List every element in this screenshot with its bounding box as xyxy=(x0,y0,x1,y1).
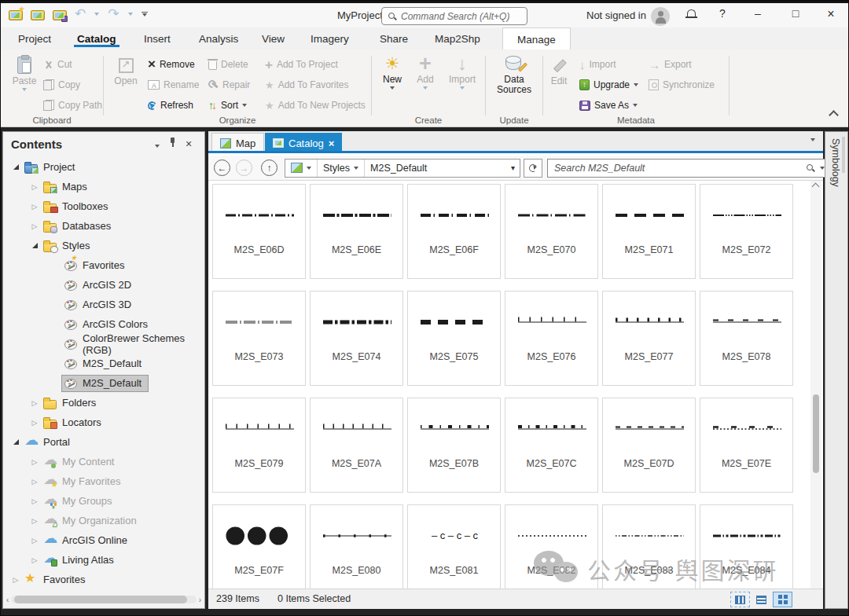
refresh-button[interactable]: Refresh xyxy=(148,97,193,114)
redo-dropdown-icon[interactable] xyxy=(128,13,133,16)
style-item-M2S_E07D[interactable]: M2S_E07D xyxy=(602,398,696,493)
signin-status[interactable]: Not signed in xyxy=(586,9,646,21)
expand-expander-icon[interactable]: ▷ xyxy=(28,475,41,488)
ribbon-tab-view[interactable]: View xyxy=(259,31,288,47)
style-item-M2S_E07A[interactable]: M2S_E07A xyxy=(310,398,403,493)
expand-expander-icon[interactable]: ▷ xyxy=(28,456,41,468)
tree-item-project[interactable]: Project xyxy=(5,157,201,177)
tree-item-maps[interactable]: ▷Maps xyxy=(5,177,201,196)
new-project-icon[interactable]: ★ xyxy=(9,9,22,20)
tree-item-arcgis-2d[interactable]: ArcGIS 2D xyxy=(5,275,201,295)
tabstrip-menu-icon[interactable] xyxy=(810,138,815,141)
cut-button[interactable]: Cut xyxy=(43,56,72,73)
hscroll-thumb[interactable] xyxy=(14,596,186,603)
ribbon-tab-insert[interactable]: Insert xyxy=(141,31,174,47)
tree-item-m2s-default[interactable]: M2S_Default xyxy=(5,354,201,373)
tree-item-portal[interactable]: Portal xyxy=(5,432,201,452)
collapse-expander-icon[interactable] xyxy=(9,161,22,174)
ribbon-tab-share[interactable]: Share xyxy=(377,31,411,47)
style-item-M2S_E07F[interactable]: M2S_E07F xyxy=(212,504,306,588)
help-icon[interactable]: ? xyxy=(712,7,733,20)
back-button[interactable]: ← xyxy=(214,160,230,176)
style-item-M2S_E07E[interactable]: M2S_E07E xyxy=(700,398,793,493)
thumbnail-view-button[interactable] xyxy=(773,592,792,607)
grid-vscrollbar[interactable] xyxy=(810,181,821,588)
expand-expander-icon[interactable]: ▷ xyxy=(28,495,41,508)
avatar[interactable] xyxy=(651,7,670,26)
rename-button[interactable]: Rename xyxy=(148,76,199,94)
ribbon-tab-imagery[interactable]: Imagery xyxy=(307,31,352,47)
redo-icon[interactable]: ↷ xyxy=(108,8,119,20)
tree-item-arcgis-online[interactable]: ▷ArcGIS Online xyxy=(5,530,201,550)
up-button[interactable]: ↑ xyxy=(261,160,277,176)
data-sources-button[interactable]: Data Sources xyxy=(494,54,535,95)
style-item-M2S_E077[interactable]: M2S_E077 xyxy=(602,291,696,386)
tree-item-arcgis-3d[interactable]: ArcGIS 3D xyxy=(5,295,201,314)
undo-dropdown-icon[interactable] xyxy=(94,13,99,16)
expand-expander-icon[interactable]: ▷ xyxy=(28,416,41,429)
style-item-M2S_E083[interactable]: M2S_E083 xyxy=(602,504,696,588)
style-item-M2S_E078[interactable]: M2S_E078 xyxy=(700,291,793,386)
style-item-M2S_E070[interactable]: M2S_E070 xyxy=(505,184,598,279)
tree-item-my-content[interactable]: ▷My Content xyxy=(5,452,201,471)
repair-button[interactable]: Repair xyxy=(208,76,250,94)
open-project-icon[interactable] xyxy=(31,9,44,20)
close-catalog-tab-icon[interactable]: × xyxy=(329,138,335,149)
tree-item-toolboxes[interactable]: ▷Toolboxes xyxy=(5,196,201,216)
ribbon-tab-catalog[interactable]: Catalog xyxy=(74,31,119,47)
style-item-M2S_E075[interactable]: M2S_E075 xyxy=(407,291,501,386)
contents-hscrollbar[interactable]: ‹ › xyxy=(6,594,201,605)
expand-expander-icon[interactable]: ▷ xyxy=(28,200,41,213)
tree-item-favorites[interactable]: Favorites xyxy=(5,255,201,275)
forward-button[interactable]: → xyxy=(236,160,252,176)
copy-button[interactable]: Copy xyxy=(43,76,80,94)
save-project-icon[interactable] xyxy=(53,9,66,20)
delete-button[interactable]: Delete xyxy=(208,56,248,73)
style-item-M2S_E072[interactable]: M2S_E072 xyxy=(700,184,793,279)
style-item-M2S_E06F[interactable]: M2S_E06F xyxy=(407,184,501,279)
edit-metadata-button[interactable]: Edit xyxy=(545,56,573,86)
style-item-M2S_E080[interactable]: M2S_E080 xyxy=(310,504,403,588)
style-item-M2S_E06D[interactable]: M2S_E06D xyxy=(212,184,306,279)
tree-item-my-favorites[interactable]: ▷My Favorites xyxy=(5,471,201,491)
expand-expander-icon[interactable]: ▷ xyxy=(9,574,22,586)
copy-path-button[interactable]: Copy Path xyxy=(43,97,102,114)
tree-item-favorites[interactable]: ▷Favorites xyxy=(5,570,201,589)
style-item-M2S_E07C[interactable]: M2S_E07C xyxy=(505,398,598,493)
style-item-M2S_E071[interactable]: M2S_E071 xyxy=(602,184,696,279)
notifications-icon[interactable] xyxy=(686,9,696,20)
style-item-M2S_E076[interactable]: M2S_E076 xyxy=(505,291,598,386)
tree-item-styles[interactable]: Styles xyxy=(5,236,201,255)
style-item-M2S_E079[interactable]: M2S_E079 xyxy=(212,398,306,493)
upgrade-metadata-button[interactable]: Upgrade xyxy=(579,76,638,94)
project-location-segment[interactable] xyxy=(285,160,317,177)
add-to-favorites-button[interactable]: ★Add To Favorites xyxy=(265,76,348,94)
ribbon-tab-project[interactable]: Project xyxy=(15,31,54,47)
tree-item-folders[interactable]: ▷Folders xyxy=(5,393,201,412)
style-item-M2S_E081[interactable]: – c – c – cM2S_E081 xyxy=(407,504,501,588)
close-button[interactable]: × xyxy=(821,7,841,21)
synchronize-metadata-button[interactable]: Synchronize xyxy=(649,76,715,94)
tree-item-colorbrewer-schemes-rgb-[interactable]: ColorBrewer Schemes (RGB) xyxy=(5,334,201,354)
paste-button[interactable]: Paste xyxy=(6,56,43,91)
style-item-M2S_E084[interactable]: M2S_E084 xyxy=(700,504,793,588)
list-view-button[interactable] xyxy=(752,592,771,607)
tab-symbology[interactable]: Symbology xyxy=(830,138,841,187)
style-item-M2S_E07B[interactable]: M2S_E07B xyxy=(407,398,501,493)
add-button[interactable]: + Add xyxy=(410,54,441,90)
catalog-search-input[interactable]: Search M2S_Default xyxy=(547,159,832,178)
panel-menu-icon[interactable] xyxy=(149,137,165,151)
minimize-button[interactable]: – xyxy=(748,7,768,20)
maximize-button[interactable]: □ xyxy=(785,7,806,20)
customize-qat-icon[interactable] xyxy=(142,12,148,17)
undo-icon[interactable]: ↶ xyxy=(75,8,86,20)
save-as-metadata-button[interactable]: Save As xyxy=(579,97,638,114)
style-item-M2S_E082[interactable]: M2S_E082 xyxy=(505,504,598,588)
collapse-ribbon-icon[interactable] xyxy=(829,110,839,120)
remove-button[interactable]: ×Remove xyxy=(148,56,195,73)
styles-location-segment[interactable]: Styles xyxy=(318,160,364,177)
location-dropdown-icon[interactable]: ▾ xyxy=(506,163,520,172)
columns-view-button[interactable] xyxy=(730,592,750,607)
export-metadata-button[interactable]: →Export xyxy=(649,56,692,73)
tree-item-databases[interactable]: ▷Databases xyxy=(5,216,201,236)
